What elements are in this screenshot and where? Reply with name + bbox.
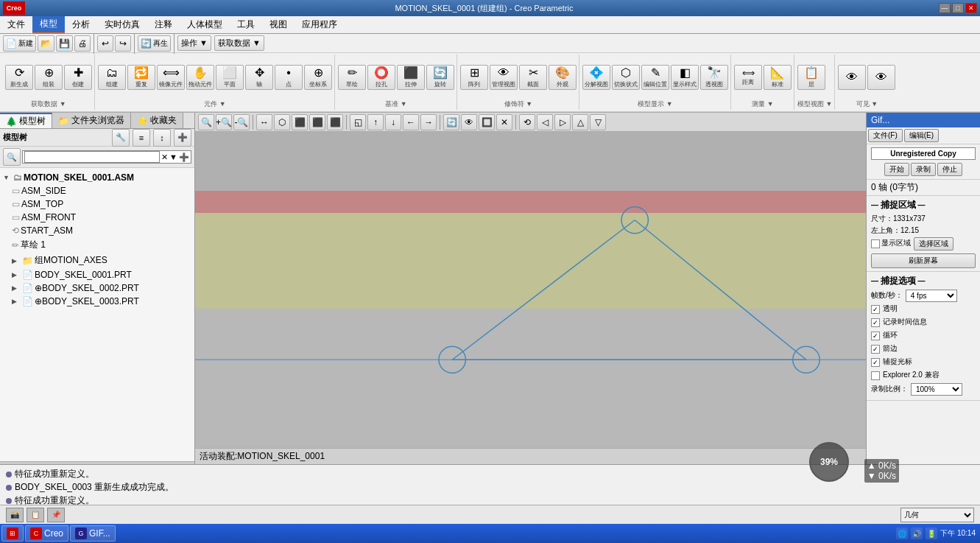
battery-tray-icon[interactable]: 🔋 [926, 528, 937, 539]
vp-nav4[interactable]: → [420, 114, 437, 130]
vp-right[interactable]: ⬛ [327, 114, 343, 130]
taskbar-creo-item[interactable]: C Creo [25, 525, 68, 542]
menu-human-model[interactable]: 人体模型 [180, 16, 230, 34]
expand-down-icon[interactable]: ▼ [169, 153, 177, 161]
expand-body002-icon[interactable]: ▶ [12, 284, 21, 292]
tree-item-body003[interactable]: ▶ 📄 ⊕BODY_SKEL_0003.PRT [0, 295, 194, 308]
maximize-button[interactable]: □ [952, 3, 964, 13]
expand-body001-icon[interactable]: ▶ [12, 271, 21, 278]
tree-expand-btn[interactable]: ↕ [153, 129, 171, 147]
explode-btn[interactable]: 💠分解视图 [582, 65, 610, 90]
layer-btn[interactable]: 📋层 [797, 65, 825, 90]
tree-item-asmfront[interactable]: ▭ ASM_FRONT [0, 211, 194, 224]
rp-file-menu[interactable]: 文件(F) [868, 129, 903, 142]
menu-analysis[interactable]: 分析 [65, 16, 97, 34]
clear-icon[interactable]: ✕ [161, 153, 168, 162]
menu-tools[interactable]: 工具 [230, 16, 262, 34]
operations-label[interactable]: 操作 ▼ [177, 35, 211, 51]
start-menu-button[interactable]: ⊞ [1, 525, 24, 542]
vp-extra4[interactable]: △ [572, 114, 588, 130]
save-button[interactable]: 💾 [56, 35, 73, 52]
volume-tray-icon[interactable]: 🔊 [911, 528, 923, 539]
cmd-icon1[interactable]: 📸 [6, 508, 24, 522]
cmd-icon3[interactable]: 📌 [47, 508, 65, 522]
cmd-icon2[interactable]: 📋 [27, 508, 44, 522]
record-time-checkbox[interactable] [871, 318, 880, 327]
editpos-btn[interactable]: ✎编辑位置 [641, 65, 669, 90]
cursor-checkbox[interactable] [871, 358, 880, 367]
vp-eye[interactable]: 👁 [461, 114, 477, 130]
vp-zoom-fit[interactable]: 🔍 [198, 114, 214, 130]
fps-select[interactable]: 4 fps 8 fps 12 fps [906, 290, 957, 302]
dispstyle-btn[interactable]: ◧显示样式 [671, 65, 699, 90]
close-button[interactable]: ✕ [965, 3, 977, 13]
network-tray-icon[interactable]: 🌐 [896, 528, 908, 539]
transparent-checkbox[interactable] [871, 305, 880, 314]
vp-top[interactable]: ⬛ [292, 114, 308, 130]
tree-item-body002[interactable]: ▶ 📄 ⊕BODY_SKEL_0002.PRT [0, 281, 194, 295]
filter-icon[interactable]: 🔍 [3, 148, 21, 166]
tree-item-sketch1[interactable]: ✏ 草绘 1 [0, 237, 194, 253]
tree-item-body001[interactable]: ▶ 📄 BODY_SKEL_0001.PRT [0, 268, 194, 281]
vp-front[interactable]: ⬛ [309, 114, 325, 130]
assemble-button[interactable]: ⊕组装 [35, 65, 63, 90]
add-filter-icon[interactable]: ➕ [179, 153, 189, 162]
taskbar-gif-item[interactable]: G GIF... [70, 525, 116, 542]
geometry-select[interactable]: 几何 [900, 508, 974, 522]
section-btn[interactable]: ✂截面 [519, 65, 547, 90]
vp-refit[interactable]: ◱ [350, 114, 366, 130]
mirror-button[interactable]: ⟺镜像元件 [157, 65, 185, 90]
visible-btn2[interactable]: 👁 [867, 65, 895, 90]
sketch-btn[interactable]: ✏草绘 [338, 65, 366, 90]
vp-extra3[interactable]: ▷ [554, 114, 571, 130]
vp-rotate[interactable]: 🔄 [443, 114, 459, 130]
menu-application[interactable]: 应用程序 [295, 16, 345, 34]
distance-btn[interactable]: ⟺距离 [734, 65, 762, 90]
switchstyle-btn[interactable]: ⬡切换状式 [612, 65, 640, 90]
expand-body003-icon[interactable]: ▶ [12, 298, 21, 305]
revolve-btn[interactable]: 🔄旋转 [426, 65, 454, 90]
rp-edit-menu[interactable]: 编辑(E) [904, 129, 939, 142]
vp-nav1[interactable]: ↑ [367, 114, 384, 130]
tree-settings-btn[interactable]: 🔧 [112, 129, 130, 147]
vp-zoom-in[interactable]: +🔍 [216, 114, 232, 130]
viewport[interactable]: 🔍 +🔍 -🔍 ↔ ⬡ ⬛ ⬛ ⬛ ◱ ↑ ↓ ← → 🔄 👁 🔲 ✕ [195, 113, 866, 464]
start-btn[interactable]: 开始 [884, 163, 909, 176]
regenerate-button[interactable]: 🔄再生 [138, 35, 171, 52]
ratio-select[interactable]: 100% 75% 50% [911, 383, 962, 396]
record-btn[interactable]: 录制 [911, 163, 936, 176]
menu-realtime-sim[interactable]: 实时仿真 [97, 16, 147, 34]
print-button[interactable]: 🖨 [74, 35, 91, 52]
stop-btn[interactable]: 停止 [937, 163, 962, 176]
array-btn[interactable]: ⊞阵列 [460, 65, 488, 90]
repeat-button[interactable]: 🔁重复 [127, 65, 155, 90]
tree-item-asmside[interactable]: ▭ ASM_SIDE [0, 184, 194, 197]
vp-close[interactable]: ✕ [496, 114, 512, 130]
plane-button[interactable]: ⬜平面 [216, 65, 244, 90]
expand-motionaxes-icon[interactable]: ▶ [12, 257, 21, 265]
show-region-checkbox[interactable] [871, 239, 880, 248]
regen-button[interactable]: ⟳新生成 [5, 65, 33, 90]
tree-item-motionaxes[interactable]: ▶ 📁 组MOTION_AXES [0, 253, 194, 268]
explorer-checkbox[interactable] [871, 371, 880, 380]
appearance-btn[interactable]: 🎨外观 [549, 65, 577, 90]
undo-button[interactable]: ↩ [97, 35, 113, 52]
manview-btn[interactable]: 👁管理视图 [490, 65, 518, 90]
menu-annotation[interactable]: 注释 [147, 16, 180, 34]
extrude-btn[interactable]: ⬛拉伸 [397, 65, 425, 90]
redo-button[interactable]: ↪ [115, 35, 131, 52]
vp-extra2[interactable]: ◁ [537, 114, 553, 130]
vp-nav2[interactable]: ↓ [385, 114, 401, 130]
vp-nav3[interactable]: ← [403, 114, 419, 130]
tree-add-btn[interactable]: ➕ [174, 129, 191, 147]
point-button[interactable]: •点 [275, 65, 303, 90]
search-input[interactable] [24, 151, 160, 163]
minimize-button[interactable]: — [939, 3, 951, 13]
vp-extra1[interactable]: ⟲ [519, 114, 535, 130]
select-region-btn[interactable]: 选择区域 [914, 237, 953, 251]
menu-file[interactable]: 文件 [0, 16, 32, 34]
tab-folder-browser[interactable]: 📁 文件夹浏览器 [52, 113, 131, 128]
visible-btn[interactable]: 👁 [838, 65, 866, 90]
hole-btn[interactable]: ⭕拉孔 [367, 65, 395, 90]
vp-pan[interactable]: ↔ [256, 114, 272, 130]
